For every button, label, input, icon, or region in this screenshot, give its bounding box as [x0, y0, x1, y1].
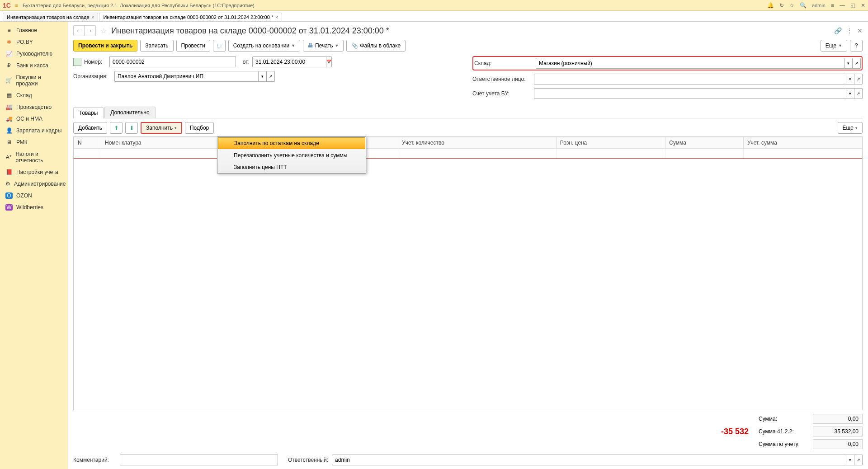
- date-input[interactable]: [252, 56, 326, 67]
- open-icon[interactable]: ↗: [854, 74, 863, 84]
- link-icon[interactable]: 🔗: [834, 27, 842, 34]
- sidebar-item-hr[interactable]: 👤Зарплата и кадры: [0, 125, 68, 136]
- comment-input[interactable]: [120, 455, 278, 465]
- sidebar-item-wb[interactable]: WWildberries: [0, 202, 68, 213]
- star-icon[interactable]: ☆: [789, 2, 794, 9]
- tab-inventory-list[interactable]: Инвентаризация товаров на складе ×: [3, 13, 98, 21]
- open-icon[interactable]: ↗: [854, 88, 863, 99]
- open-icon[interactable]: ↗: [267, 71, 275, 82]
- forward-button[interactable]: →: [85, 26, 95, 36]
- number-input[interactable]: [109, 56, 236, 67]
- sidebar-item-poby[interactable]: ✱PO.BY: [0, 36, 68, 48]
- content-area: ← → ☆ Инвентаризация товаров на складе 0…: [68, 22, 868, 469]
- sidebar-item-pos[interactable]: 🖥РМК: [0, 136, 68, 148]
- sidebar-item-settings[interactable]: 📕Настройки учета: [0, 166, 68, 178]
- chevron-down-icon[interactable]: ▾: [844, 58, 853, 69]
- tab-goods[interactable]: Товары: [73, 107, 104, 118]
- col-acc-qty[interactable]: Учет. количество: [398, 137, 557, 149]
- chevron-down-icon[interactable]: ▾: [846, 74, 854, 84]
- tab-inventory-doc[interactable]: Инвентаризация товаров на складе 0000-00…: [99, 13, 282, 21]
- sidebar-label: Администрирование: [14, 181, 66, 187]
- post-button[interactable]: Провести: [176, 40, 210, 52]
- minimize-icon[interactable]: —: [840, 2, 845, 9]
- sum412-value: 35 532,00: [813, 427, 863, 436]
- sidebar-item-manager[interactable]: 📈Руководителю: [0, 48, 68, 60]
- goods-table[interactable]: N Номенклатура Количество Учет. количест…: [73, 136, 863, 410]
- save-button[interactable]: Записать: [140, 40, 173, 52]
- col-acc-sum[interactable]: Учет. сумма: [743, 137, 862, 149]
- select-button[interactable]: Подбор: [185, 122, 214, 134]
- sidebar-item-tax[interactable]: AᵀНалоги и отчетность: [0, 148, 68, 166]
- responsible-input[interactable]: [534, 74, 846, 84]
- history-icon[interactable]: ↻: [779, 2, 784, 9]
- open-icon[interactable]: ↗: [853, 58, 861, 69]
- kebab-icon[interactable]: ⋮: [846, 27, 853, 34]
- col-n[interactable]: N: [74, 137, 101, 149]
- back-button[interactable]: ←: [74, 26, 85, 36]
- close-icon[interactable]: ×: [92, 15, 94, 20]
- sidebar-item-sales[interactable]: 🛒Покупки и продажи: [0, 71, 68, 89]
- app-header: 1C ≡ Бухгалтерия для Беларуси, редакция …: [0, 0, 868, 11]
- sidebar-item-bank[interactable]: ₽Банк и касса: [0, 60, 68, 71]
- col-sum[interactable]: Сумма: [665, 137, 744, 149]
- col-nomen[interactable]: Номенклатура: [101, 137, 219, 149]
- restore-icon[interactable]: ◱: [850, 2, 855, 9]
- create-based-button[interactable]: Создать на основании▼: [228, 40, 300, 52]
- sidebar-item-main[interactable]: ≡Главное: [0, 24, 68, 36]
- move-down-button[interactable]: ⬇: [125, 122, 138, 134]
- close-app-icon[interactable]: ✕: [861, 2, 865, 9]
- sidebar-item-admin[interactable]: ⚙Администрирование: [0, 178, 68, 190]
- gear-icon: ⚙: [5, 181, 10, 187]
- table-row[interactable]: [74, 149, 862, 159]
- favorite-star-icon[interactable]: ☆: [100, 27, 107, 35]
- org-label: Организация:: [73, 73, 112, 80]
- user-label[interactable]: admin: [812, 3, 826, 8]
- post-close-button[interactable]: Провести и закрыть: [73, 40, 137, 52]
- add-row-button[interactable]: Добавить: [73, 122, 107, 134]
- comment-label: Комментарий:: [73, 457, 116, 463]
- tab-extra[interactable]: Дополнительно: [104, 107, 155, 118]
- document-status-icon: [73, 58, 81, 66]
- chevron-down-icon[interactable]: ▾: [846, 455, 854, 465]
- structure-button[interactable]: ⬚: [213, 40, 226, 52]
- fill-button[interactable]: Заполнить ▾: [141, 122, 182, 134]
- sidebar-label: ОС и НМА: [16, 116, 42, 122]
- settings-bars-icon[interactable]: ≡: [831, 2, 834, 9]
- responsible-footer-input[interactable]: [332, 455, 846, 465]
- help-button[interactable]: ?: [850, 40, 863, 52]
- files-button[interactable]: 📎Файлы в облаке: [346, 40, 406, 52]
- menu-icon[interactable]: ≡: [14, 2, 18, 9]
- sidebar-item-warehouse[interactable]: ▦Склад: [0, 89, 68, 101]
- sidebar-label: Налоги и отчетность: [15, 151, 62, 164]
- sum412-label: Сумма 41.2.2:: [759, 428, 808, 435]
- sidebar-label: Банк и касса: [16, 62, 48, 69]
- chevron-down-icon[interactable]: ▾: [846, 88, 854, 99]
- table-more-button[interactable]: Еще▾: [838, 122, 863, 134]
- sum-value: 0,00: [813, 414, 863, 424]
- chevron-down-icon: ▾: [855, 126, 858, 130]
- sidebar-label: Настройки учета: [16, 169, 58, 175]
- sumacc-label: Сумма по учету:: [759, 441, 808, 447]
- refill-accounting-item[interactable]: Перезаполнить учетные количества и суммы: [217, 150, 366, 161]
- sidebar-item-assets[interactable]: 🚚ОС и НМА: [0, 113, 68, 125]
- sidebar-item-production[interactable]: 🏭Производство: [0, 101, 68, 113]
- chevron-down-icon[interactable]: ▾: [259, 71, 267, 82]
- more-button[interactable]: Еще▼: [821, 40, 847, 52]
- cart-icon: 🛒: [5, 77, 12, 84]
- sidebar-item-ozon[interactable]: OOZON: [0, 190, 68, 202]
- close-icon[interactable]: ×: [275, 15, 278, 20]
- move-up-button[interactable]: ⬆: [110, 122, 123, 134]
- print-button[interactable]: 🖶Печать▼: [303, 40, 344, 52]
- col-retail[interactable]: Розн. цена: [556, 137, 665, 149]
- btn-label: Заполнить: [146, 125, 173, 131]
- bell-icon[interactable]: 🔔: [767, 2, 774, 9]
- open-icon[interactable]: ↗: [854, 455, 863, 465]
- fill-ntt-prices-item[interactable]: Заполнить цены НТТ: [217, 161, 366, 173]
- search-header-icon[interactable]: 🔍: [800, 2, 807, 9]
- warehouse-input[interactable]: [536, 58, 844, 69]
- fill-by-stock-item[interactable]: Заполнить по остаткам на складе: [218, 137, 365, 149]
- calendar-icon[interactable]: 📅: [326, 56, 332, 67]
- account-input[interactable]: [534, 88, 846, 99]
- org-input[interactable]: [114, 71, 259, 82]
- close-page-icon[interactable]: ✕: [857, 27, 863, 34]
